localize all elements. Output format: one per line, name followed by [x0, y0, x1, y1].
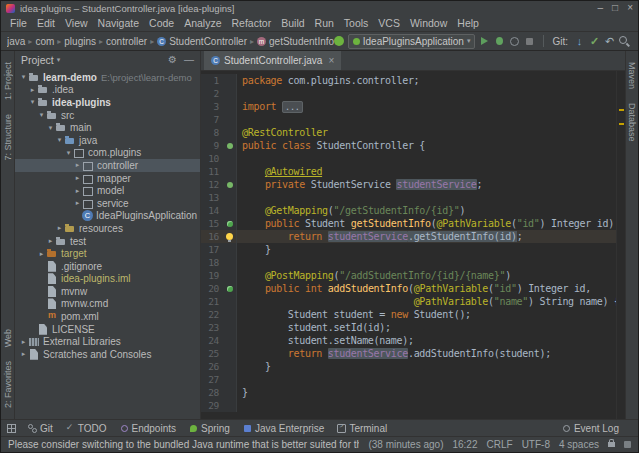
error-stripe[interactable] — [616, 71, 625, 419]
line-number[interactable]: 22 — [201, 308, 223, 321]
tool-tab-1-project[interactable]: 1: Project — [3, 62, 13, 100]
settings-gear-icon[interactable]: ⚙ — [168, 55, 177, 65]
code-line[interactable]: 3import ... — [201, 100, 616, 113]
tree-item-ideapluginsapplication[interactable]: IdeaPluginsApplication — [15, 210, 200, 223]
toolwindow-switcher-icon[interactable] — [7, 424, 16, 433]
menu-item-edit[interactable]: Edit — [32, 17, 60, 29]
collapsed-arrow-icon[interactable]: ▸ — [73, 199, 82, 207]
tool-tab-web[interactable]: Web — [3, 329, 13, 347]
code-line[interactable]: 18 — [201, 256, 616, 269]
collapsed-arrow-icon[interactable]: ▸ — [46, 237, 55, 245]
code-line[interactable]: 14 @GetMapping("/getStudentInfo/{id}") — [201, 204, 616, 217]
tool-tab-2-favorites[interactable]: 2: Favorites — [3, 361, 13, 408]
menu-item-refactor[interactable]: Refactor — [227, 17, 277, 29]
line-number[interactable]: 20 — [201, 282, 223, 295]
expanded-arrow-icon[interactable]: ▾ — [28, 98, 37, 106]
code-line[interactable]: 11 @Autowired — [201, 165, 616, 178]
debug-icon[interactable] — [493, 35, 506, 48]
code-line[interactable]: 28} — [201, 386, 616, 399]
code-line[interactable]: 27 — [201, 373, 616, 386]
maximize-button[interactable]: □ — [612, 2, 618, 14]
menu-item-build[interactable]: Build — [276, 17, 309, 29]
line-number[interactable]: 25 — [201, 347, 223, 360]
collapsed-arrow-icon[interactable]: ▸ — [73, 187, 82, 195]
collapsed-arrow-icon[interactable]: ▸ — [55, 224, 64, 232]
tool-button-java-enterprise[interactable]: Java Enterprise — [243, 423, 324, 434]
tree-item-resources[interactable]: ▸resources — [15, 222, 200, 235]
line-number[interactable]: 1 — [201, 74, 223, 87]
status-item-crlf[interactable]: CRLF — [487, 439, 513, 450]
tool-button-todo[interactable]: TODO — [66, 423, 107, 434]
project-panel-title[interactable]: Project — [21, 54, 54, 66]
code-line[interactable]: 1package com.plugins.controller; — [201, 74, 616, 87]
hide-panel-icon[interactable]: — — [184, 55, 194, 65]
run-config-selector[interactable]: IdeaPluginsApplication ▾ — [348, 34, 476, 49]
menu-item-file[interactable]: File — [5, 17, 32, 29]
line-number[interactable]: 26 — [201, 360, 223, 373]
line-number[interactable]: 17 — [201, 243, 223, 256]
tree-item-idea-plugins-iml[interactable]: idea-plugins.iml — [15, 273, 200, 286]
collapsed-arrow-icon[interactable]: ▸ — [28, 86, 37, 94]
code-line[interactable]: 26 } — [201, 360, 616, 373]
stop-icon[interactable] — [523, 35, 536, 48]
close-button[interactable]: × — [627, 2, 633, 14]
status-item-38-minutes-ago[interactable]: (38 minutes ago) — [368, 439, 443, 450]
menu-item-code[interactable]: Code — [144, 17, 179, 29]
menu-item-analyze[interactable]: Analyze — [179, 17, 226, 29]
breadcrumb-item-studentcontroller[interactable]: CStudentController — [157, 36, 247, 47]
mapping-icon[interactable] — [223, 217, 237, 230]
tree-item-pom-xml[interactable]: pom.xml — [15, 310, 200, 323]
profiler-icon[interactable] — [508, 35, 521, 48]
tree-item-model[interactable]: ▸model — [15, 184, 200, 197]
breadcrumb-item-controller[interactable]: controller — [106, 36, 147, 47]
tree-item-scratches-and-consoles[interactable]: ▸Scratches and Consoles — [15, 348, 200, 361]
code-line[interactable]: 15 public Student getStudentInfo(@PathVa… — [201, 217, 616, 230]
expanded-arrow-icon[interactable]: ▾ — [37, 111, 46, 119]
bean-icon[interactable] — [223, 178, 237, 191]
code-line[interactable]: 8@RestController — [201, 126, 616, 139]
line-number[interactable]: 18 — [201, 256, 223, 269]
bean-icon[interactable] — [223, 139, 237, 152]
code-line[interactable]: 2 — [201, 87, 616, 100]
tree-item-main[interactable]: ▾main — [15, 121, 200, 134]
line-number[interactable]: 10 — [201, 152, 223, 165]
tool-button-endpoints[interactable]: Endpoints — [120, 423, 176, 434]
tool-tab-maven[interactable]: Maven — [627, 62, 637, 89]
commit-icon[interactable] — [588, 35, 601, 48]
tree-item-license[interactable]: LICENSE — [15, 323, 200, 336]
code-line[interactable]: 9public class StudentController { — [201, 139, 616, 152]
tree-item-java[interactable]: ▾java — [15, 134, 200, 147]
tree-item-mvnw-cmd[interactable]: mvnw.cmd — [15, 298, 200, 311]
tree-item-test[interactable]: ▸test — [15, 235, 200, 248]
breadcrumb-item-java[interactable]: java — [7, 36, 25, 47]
code-line[interactable]: 12 private StudentService studentService… — [201, 178, 616, 191]
code-line[interactable]: 10 — [201, 152, 616, 165]
tool-button-event-log[interactable]: Event Log — [562, 423, 619, 434]
code-line[interactable]: 17 } — [201, 243, 616, 256]
search-icon[interactable] — [618, 35, 631, 48]
line-number[interactable]: 9 — [201, 139, 223, 152]
menu-item-window[interactable]: Window — [405, 17, 452, 29]
line-number[interactable]: 23 — [201, 321, 223, 334]
tree-item-src[interactable]: ▾src — [15, 109, 200, 122]
tree-item-mapper[interactable]: ▸mapper — [15, 172, 200, 185]
breadcrumb-item-com[interactable]: com — [35, 36, 54, 47]
tool-button-spring[interactable]: Spring — [189, 423, 230, 434]
expanded-arrow-icon[interactable]: ▾ — [46, 124, 55, 132]
mapping-icon[interactable] — [223, 282, 237, 295]
line-number[interactable]: 21 — [201, 295, 223, 308]
menu-item-navigate[interactable]: Navigate — [93, 17, 144, 29]
line-number[interactable]: 16 — [201, 230, 223, 243]
menu-item-help[interactable]: Help — [452, 17, 484, 29]
run-icon[interactable] — [478, 35, 491, 48]
close-tab-icon[interactable]: × — [328, 55, 334, 66]
collapsed-arrow-icon[interactable]: ▸ — [73, 174, 82, 182]
expanded-arrow-icon[interactable]: ▾ — [19, 73, 28, 81]
menu-item-tools[interactable]: Tools — [339, 17, 374, 29]
collapsed-arrow-icon[interactable]: ▸ — [19, 338, 28, 346]
code-line[interactable]: 7 — [201, 113, 616, 126]
code-line[interactable]: 23 student.setId(id); — [201, 321, 616, 334]
line-number[interactable]: 7 — [201, 113, 223, 126]
code-line[interactable]: 29 — [201, 399, 616, 412]
editor-tab-studentcontroller[interactable]: C StudentController.java × — [204, 51, 341, 70]
